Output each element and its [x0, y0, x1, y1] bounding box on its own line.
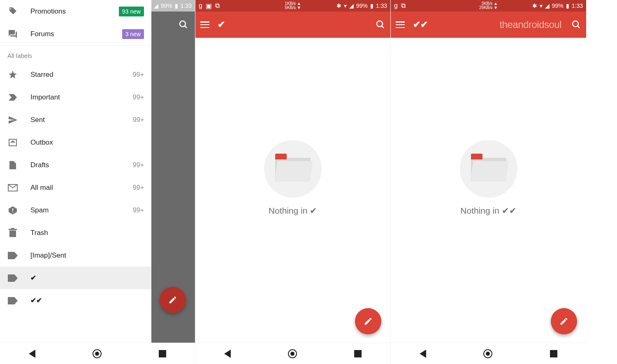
drawer-item-trash[interactable]: Trash [0, 221, 151, 244]
clock: 1:33 [181, 2, 192, 9]
signal-icon: ◢ [154, 2, 158, 9]
empty-text: Nothing in ✔✔ [460, 206, 517, 216]
drawer-item-outbox[interactable]: Outbox [0, 131, 151, 154]
drawer-item-label-check[interactable]: ✔ [0, 267, 151, 289]
clock: 1:33 [572, 2, 583, 9]
nav-recent-button[interactable] [354, 350, 362, 357]
battery-percent: 99% [161, 2, 172, 9]
drawer-count: 99+ [133, 116, 144, 124]
drawer-item-promotions[interactable]: Promotions 93 new [0, 0, 151, 23]
battery-percent: 99% [356, 2, 368, 9]
clock: 1:33 [376, 2, 387, 9]
search-icon[interactable] [376, 20, 385, 30]
menu-icon[interactable] [396, 21, 405, 28]
label-icon [7, 252, 18, 259]
drawer-count: 99+ [133, 94, 144, 101]
screen-drawer: g ▣ ⧉ 100B/s ▲ 2KB/s ▼ ✱ ▾ ◢ 99% ▮ 1:33 [0, 0, 195, 364]
drawer-count: 99+ [133, 184, 144, 191]
drawer-label: Drafts [30, 161, 121, 169]
svg-point-8 [573, 21, 578, 27]
drawer-label: Forums [30, 30, 110, 38]
watermark: theandroidsoul [500, 19, 561, 30]
app-title: ✔✔ [413, 19, 428, 30]
nav-bar [0, 343, 195, 364]
nav-drawer: Promotions 93 new Forums 3 new All label… [0, 0, 151, 364]
drawer-item-imap-sent[interactable]: [Imap]/Sent [0, 244, 151, 267]
outbox-icon [7, 138, 18, 147]
nav-bar [391, 343, 586, 364]
badge-new: 93 new [119, 7, 144, 16]
content-area: Nothing in ✔ [195, 38, 390, 343]
drawer-label: Trash [30, 229, 144, 237]
nav-home-button[interactable] [93, 349, 102, 358]
drawer-item-sent[interactable]: Sent 99+ [0, 108, 151, 131]
battery-icon: ▮ [370, 2, 373, 9]
empty-illustration [460, 140, 517, 198]
drawer-item-starred[interactable]: Starred 99+ [0, 63, 151, 86]
nav-back-button[interactable] [420, 350, 426, 358]
mail-icon [7, 184, 18, 191]
goodreads-icon: g [199, 2, 202, 9]
search-icon[interactable] [571, 20, 581, 30]
drawer-item-label-doublecheck[interactable]: ✔✔ [0, 289, 151, 312]
compose-fab[interactable] [160, 287, 186, 313]
nav-bar [195, 343, 390, 364]
status-bar: g ⧉ 3KB/s ▲ 29KB/s ▼ ✱ ▾ ◢ 99% ▮ 1:33 [391, 0, 586, 12]
drawer-item-spam[interactable]: Spam 99+ [0, 199, 151, 221]
drawer-label: Sent [30, 116, 121, 124]
wifi-icon: ▾ [540, 2, 543, 9]
battery-icon: ▮ [566, 2, 569, 9]
tag-icon [7, 7, 18, 16]
wifi-icon: ▾ [344, 2, 347, 9]
network-speed: 3KB/s ▲ 29KB/s ▼ [479, 2, 498, 10]
label-icon [7, 297, 18, 304]
star-icon [7, 70, 18, 80]
bluetooth-icon: ✱ [532, 2, 537, 9]
goodreads-icon: g [394, 2, 398, 9]
search-icon[interactable] [179, 20, 188, 30]
nav-home-button[interactable] [288, 349, 297, 358]
network-speed: 1KB/s ▲ 5KB/s ▼ [285, 2, 301, 10]
status-bar: g ▣ ⧉ 1KB/s ▲ 5KB/s ▼ ✱ ▾ ◢ 99% ▮ 1:33 [195, 0, 390, 12]
compose-fab[interactable] [355, 308, 381, 334]
important-icon [7, 93, 18, 101]
drawer-item-forums[interactable]: Forums 3 new [0, 23, 151, 45]
drawer-label: All mail [30, 184, 121, 192]
nav-back-button[interactable] [224, 350, 231, 358]
battery-icon: ▮ [175, 2, 178, 9]
app-bar: ✔✔ theandroidsoul [391, 12, 586, 38]
empty-text: Nothing in ✔ [264, 206, 322, 216]
nav-recent-button[interactable] [159, 350, 166, 357]
signal-icon: ◢ [349, 2, 354, 9]
forum-icon [7, 29, 18, 39]
app-title: ✔ [218, 19, 225, 30]
badge-new: 3 new [122, 29, 144, 39]
nav-home-button[interactable] [483, 349, 492, 358]
empty-illustration [264, 140, 322, 198]
drawer-label: Promotions [30, 7, 107, 16]
drawer-count: 99+ [133, 71, 144, 78]
menu-icon[interactable] [200, 21, 209, 28]
svg-rect-4 [12, 208, 13, 211]
trash-icon [7, 228, 18, 238]
drawer-count: 99+ [133, 161, 144, 169]
signal-icon: ◢ [545, 2, 550, 9]
file-icon [7, 160, 18, 170]
drawer-label: ✔ [30, 274, 144, 282]
twitch-icon: ⧉ [401, 2, 406, 9]
empty-state: Nothing in ✔ [264, 140, 322, 216]
image-icon: ▣ [206, 2, 212, 10]
drawer-label: Outbox [30, 138, 144, 147]
twitch-icon: ⧉ [215, 2, 220, 9]
screen-label-single-check: g ▣ ⧉ 1KB/s ▲ 5KB/s ▼ ✱ ▾ ◢ 99% ▮ 1:33 ✔… [195, 0, 391, 364]
send-icon [7, 115, 18, 125]
drawer-item-important[interactable]: Important 99+ [0, 86, 151, 108]
section-header: All labels [0, 45, 151, 63]
svg-point-0 [180, 21, 186, 27]
nav-back-button[interactable] [29, 350, 35, 358]
empty-state: Nothing in ✔✔ [460, 140, 517, 216]
drawer-item-allmail[interactable]: All mail 99+ [0, 176, 151, 199]
nav-recent-button[interactable] [550, 350, 557, 357]
drawer-item-drafts[interactable]: Drafts 99+ [0, 154, 151, 176]
compose-fab[interactable] [551, 308, 577, 334]
